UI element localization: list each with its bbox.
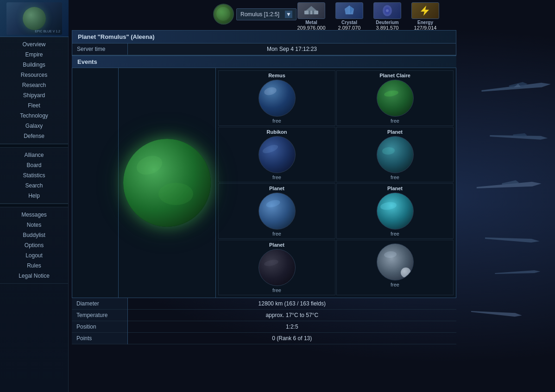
top-bar: Universe 6 (v 0.74b) Romulus [1:2:5] ▼ M…	[0, 0, 555, 28]
temperature-value: approx. 17°C to 57°C	[127, 310, 456, 321]
sidebar-item-notes[interactable]: Notes	[0, 220, 68, 230]
sidebar-item-options[interactable]: Options	[0, 240, 68, 250]
points-row: Points 0 (Rank 6 of 13)	[72, 333, 456, 344]
planet-cell-6[interactable]: Planet free	[218, 240, 335, 295]
sidebar-item-galaxy[interactable]: Galaxy	[0, 121, 68, 131]
events-panel: Events Remus	[72, 56, 456, 344]
planet-cell-name-3: Planet	[387, 129, 403, 135]
sidebar-item-rules[interactable]: Rules	[0, 261, 68, 271]
deuterium-value: 3.891.570	[376, 25, 399, 31]
planet-cell-0[interactable]: Remus free	[218, 70, 335, 126]
events-title: Events	[72, 56, 456, 68]
sidebar-item-technology[interactable]: Technology	[0, 111, 68, 121]
sidebar-item-search[interactable]: Search	[0, 180, 68, 191]
sidebar-gap-2	[0, 204, 68, 207]
sidebar-item-buildings[interactable]: Buildings	[0, 60, 68, 70]
sidebar-item-research[interactable]: Research	[0, 80, 68, 90]
sidebar-item-legal[interactable]: Legal Notice	[0, 271, 68, 281]
planet-cell-2[interactable]: Rubikon free	[218, 127, 335, 182]
metal-icon	[297, 2, 325, 19]
planet-thumb-2	[259, 136, 296, 173]
diameter-value: 12800 km (163 / 163 fields)	[127, 298, 456, 310]
planet-status-6: free	[272, 287, 281, 293]
sidebar-item-statistics[interactable]: Statistics	[0, 170, 68, 180]
crystal-svg	[340, 4, 359, 17]
metal-value: 209.976.000	[297, 25, 325, 31]
resource-metal: Metal 209.976.000	[293, 2, 330, 31]
metal-label: Metal	[305, 20, 317, 25]
planet-cell-1[interactable]: Planet Claire free	[336, 70, 454, 126]
planet-grid: Remus free Planet Claire free	[216, 68, 456, 298]
planet-cell-5[interactable]: Planet free	[336, 183, 454, 239]
planet-cell-name-0: Remus	[268, 73, 285, 78]
planet-thumb-7	[377, 243, 414, 280]
planet-info-table: Diameter 12800 km (163 / 163 fields) Tem…	[72, 298, 456, 344]
sidebar-item-overview[interactable]: Overview	[0, 39, 68, 50]
dropdown-arrow[interactable]: ▼	[285, 11, 292, 18]
events-right-col: Remus free Planet Claire free	[216, 68, 456, 298]
planet-cell-7[interactable]: free	[336, 240, 454, 295]
position-row: Position 1:2:5	[72, 321, 456, 333]
deuterium-svg	[378, 4, 397, 17]
server-time-row: Server time Mon Sep 4 17:12:23	[72, 44, 456, 55]
sidebar-nav-main: Overview Empire Buildings Resources Rese…	[0, 37, 68, 144]
position-value: 1:2:5	[127, 321, 456, 333]
server-time-label: Server time	[72, 44, 128, 55]
planet-dropdown[interactable]: Romulus [1:2:5] ▼	[236, 8, 296, 20]
sidebar-item-empire[interactable]: Empire	[0, 50, 68, 60]
crystal-icon	[335, 2, 363, 19]
resource-energy: Energy 127/9.014	[407, 2, 444, 31]
planet-cell-3[interactable]: Planet free	[336, 127, 454, 182]
logo-inner	[6, 2, 62, 35]
energy-value: 127/9.014	[414, 25, 437, 31]
planet-thumb-6	[259, 249, 296, 286]
svg-rect-25	[304, 11, 318, 14]
sidebar-item-messages[interactable]: Messages	[0, 210, 68, 220]
center-planet	[123, 139, 211, 227]
planet-cell-4[interactable]: Planet free	[218, 183, 335, 239]
points-value: 0 (Rank 6 of 13)	[127, 333, 456, 344]
events-grid: Remus free Planet Claire free	[72, 68, 456, 298]
planet-cell-name-2: Rubikon	[267, 129, 287, 135]
sidebar-item-alliance[interactable]: Alliance	[0, 150, 68, 160]
planet-status-1: free	[391, 118, 399, 124]
planet-thumb-1	[377, 80, 414, 117]
planet-thumb-4	[259, 193, 296, 230]
planet-selector[interactable]: Romulus [1:2:5] ▼	[213, 4, 296, 25]
metal-svg	[302, 4, 321, 17]
planet-thumb-3	[377, 136, 414, 173]
planet-status-7: free	[391, 282, 399, 287]
planet-status-0: free	[272, 118, 281, 124]
deuterium-label: Deuterium	[376, 20, 398, 25]
sidebar-item-fleet[interactable]: Fleet	[0, 100, 68, 111]
planet-cell-name-1: Planet Claire	[379, 73, 410, 78]
planet-icon	[213, 4, 234, 25]
position-label: Position	[72, 321, 127, 333]
planet-cell-name-4: Planet	[269, 186, 284, 191]
planet-title: Planet "Romulus" (Aleena)	[72, 31, 456, 44]
diameter-label: Diameter	[72, 298, 127, 310]
sidebar-item-defense[interactable]: Defense	[0, 131, 68, 141]
sidebar-item-buddylist[interactable]: Buddylist	[0, 230, 68, 240]
sidebar-item-board[interactable]: Board	[0, 160, 68, 170]
events-center-planet-container	[119, 68, 216, 298]
resource-crystal: Crystal 2.097.070	[331, 2, 368, 31]
crystal-value: 2.097.070	[338, 25, 361, 31]
planet-cell-name-6: Planet	[269, 242, 284, 248]
sidebar-item-logout[interactable]: Logout	[0, 250, 68, 261]
sidebar-logo	[0, 0, 69, 37]
planet-dropdown-label: Romulus [1:2:5]	[240, 11, 279, 18]
resource-deuterium: Deuterium 3.891.570	[369, 2, 406, 31]
svg-rect-28	[312, 11, 314, 14]
sidebar-item-help[interactable]: Help	[0, 191, 68, 201]
main-content: Planet "Romulus" (Aleena) Server time Mo…	[72, 30, 456, 344]
planet-thumb-0	[259, 80, 296, 117]
sidebar-item-resources[interactable]: Resources	[0, 70, 68, 80]
sidebar-nav-user: Messages Notes Buddylist Options Logout …	[0, 207, 68, 284]
svg-point-34	[386, 9, 389, 12]
server-time-value: Mon Sep 4 17:12:23	[128, 44, 456, 55]
sidebar-item-shipyard[interactable]: Shipyard	[0, 90, 68, 100]
sidebar-nav-community: Alliance Board Statistics Search Help	[0, 148, 68, 204]
temperature-label: Temperature	[72, 310, 127, 321]
sidebar: Overview Empire Buildings Resources Rese…	[0, 0, 69, 392]
